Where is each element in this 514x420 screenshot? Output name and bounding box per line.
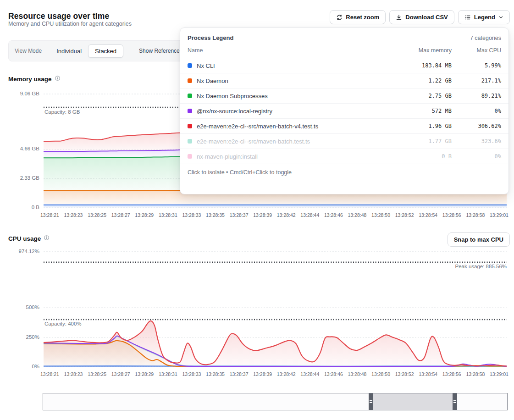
memory-title-text: Memory usage	[8, 76, 52, 83]
x-tick-label: 13:28:25	[88, 212, 106, 218]
x-tick-label: 13:28:39	[253, 212, 272, 218]
download-icon	[396, 14, 402, 21]
legend-column-headers: Name Max memory Max CPU	[180, 45, 508, 58]
series-max-cpu: 323.6%	[452, 138, 501, 144]
x-tick-label: 13:28:29	[135, 371, 154, 377]
x-tick-label: 13:28:31	[159, 371, 177, 377]
snap-to-max-cpu-button[interactable]: Snap to max CPU	[448, 232, 510, 247]
y-tick-label: 0%	[0, 364, 39, 369]
series-name: Nx CLI	[197, 62, 392, 69]
legend-rows: Nx CLI183.84 MB5.99%Nx Daemon1.22 GB217.…	[180, 58, 508, 164]
x-tick-label: 13:28:44	[300, 212, 319, 218]
y-tick-label: 4.66 GB	[0, 146, 39, 151]
legend-button[interactable]: Legend	[458, 10, 510, 24]
series-name: Nx Daemon Subprocesses	[197, 93, 392, 99]
x-tick-label: 13:28:48	[348, 212, 367, 218]
view-mode-stacked[interactable]: Stacked	[88, 44, 123, 58]
legend-row[interactable]: Nx CLI183.84 MB5.99%	[180, 58, 508, 73]
series-name: e2e-maven:e2e-ci--src/maven-batch.test.t…	[197, 138, 392, 145]
cpu-title-text: CPU usage	[8, 235, 41, 242]
reset-zoom-label: Reset zoom	[346, 14, 379, 21]
x-tick-label: 13:28:33	[182, 371, 201, 377]
x-tick-label: 13:28:37	[230, 371, 249, 377]
legend-button-label: Legend	[474, 14, 495, 21]
info-icon[interactable]	[55, 75, 61, 83]
x-tick-label: 13:28:42	[277, 212, 296, 218]
legend-panel-title: Process Legend	[188, 34, 233, 41]
reset-zoom-button[interactable]: Reset zoom	[330, 10, 386, 24]
x-tick-label: 13:28:35	[206, 371, 225, 377]
series-color-swatch	[188, 124, 192, 128]
series-max-memory: 2.75 GB	[392, 93, 452, 99]
column-max-cpu: Max CPU	[452, 47, 501, 54]
x-tick-label: 13:28:21	[40, 371, 59, 377]
series-max-cpu: 0%	[452, 153, 501, 160]
header-actions: Reset zoom Download CSV Legend	[330, 10, 510, 24]
info-icon[interactable]	[44, 235, 50, 242]
series-color-swatch	[188, 94, 192, 98]
series-max-cpu: 0%	[452, 108, 501, 114]
series-name: e2e-maven:e2e-ci--src/maven-batch-v4.tes…	[197, 123, 392, 130]
x-tick-label: 13:28:56	[442, 371, 461, 377]
x-tick-label: 13:28:50	[371, 371, 390, 377]
series-max-memory: 183.84 MB	[392, 62, 452, 69]
x-tick-label: 13:28:54	[419, 371, 437, 377]
series-color-swatch	[188, 63, 192, 68]
x-tick-label: 13:28:44	[300, 371, 319, 377]
legend-row[interactable]: Nx Daemon Subprocesses2.75 GB89.21%	[180, 88, 508, 104]
page-subtitle: Memory and CPU utilization for agent cat…	[8, 21, 132, 27]
x-tick-label: 13:28:52	[395, 212, 414, 218]
legend-row[interactable]: nx-maven-plugin:install0 B0%	[180, 149, 508, 164]
x-tick-label: 13:28:48	[348, 371, 367, 377]
x-tick-label: 13:28:56	[442, 212, 461, 218]
y-tick-label: 974.12%	[0, 249, 39, 254]
x-tick-label: 13:28:46	[324, 212, 343, 218]
legend-row[interactable]: e2e-maven:e2e-ci--src/maven-batch-v4.tes…	[180, 119, 508, 134]
download-csv-label: Download CSV	[405, 14, 448, 21]
x-tick-label: 13:28:23	[64, 212, 83, 218]
cpu-section-title: CPU usage	[8, 235, 50, 242]
legend-hint: Click to isolate • Cmd/Ctrl+Click to tog…	[180, 164, 508, 181]
legend-row[interactable]: Nx Daemon1.22 GB217.1%	[180, 73, 508, 88]
page-title: Resource usage over time	[8, 11, 109, 21]
refresh-icon	[336, 14, 343, 21]
view-mode-label: View Mode	[15, 48, 42, 54]
y-tick-label: 9.06 GB	[0, 91, 39, 96]
y-tick-label: 2.33 GB	[0, 175, 39, 181]
cpu-peak-label: Peak usage: 885.56%	[455, 264, 507, 269]
series-max-cpu: 217.1%	[452, 77, 501, 84]
memory-section-title: Memory usage	[8, 75, 61, 83]
time-range-brush[interactable]	[43, 393, 508, 410]
column-max-memory: Max memory	[392, 47, 452, 54]
x-tick-label: 13:28:58	[466, 212, 485, 218]
x-tick-label: 13:28:54	[419, 212, 437, 218]
x-tick-label: 13:28:27	[111, 212, 130, 218]
process-legend-panel: Process Legend 7 categories Name Max mem…	[180, 28, 509, 194]
x-tick-label: 13:28:37	[230, 212, 249, 218]
series-max-cpu: 5.99%	[452, 62, 501, 69]
brush-handle-right[interactable]	[453, 393, 457, 410]
series-max-memory: 0 B	[392, 153, 452, 160]
memory-capacity-label: Capacity: 8 GB	[44, 109, 80, 115]
series-max-cpu: 306.62%	[452, 123, 501, 129]
y-tick-label: 0 B	[0, 204, 39, 210]
view-mode-individual[interactable]: Individual	[52, 45, 86, 57]
x-tick-label: 13:28:21	[40, 212, 59, 218]
download-csv-button[interactable]: Download CSV	[389, 10, 454, 24]
cpu-capacity-label: Capacity: 400%	[44, 321, 82, 326]
list-icon	[464, 14, 471, 21]
x-tick-label: 13:28:25	[88, 371, 106, 377]
x-tick-label: 13:28:29	[135, 212, 154, 218]
brush-handle-left[interactable]	[369, 393, 373, 410]
brush-selection[interactable]	[369, 393, 458, 410]
series-color-swatch	[188, 78, 192, 83]
memory-x-axis: 13:28:2113:28:2313:28:2513:28:2713:28:29…	[40, 212, 508, 218]
x-tick-label: 13:28:33	[182, 212, 201, 218]
cpu-x-axis: 13:28:2113:28:2313:28:2513:28:2713:28:29…	[40, 371, 508, 377]
x-tick-label: 13:28:35	[206, 212, 225, 218]
legend-row[interactable]: e2e-maven:e2e-ci--src/maven-batch.test.t…	[180, 134, 508, 149]
legend-category-count: 7 categories	[470, 35, 501, 41]
column-name: Name	[188, 47, 392, 54]
legend-row[interactable]: @nx/nx-source:local-registry572 MB0%	[180, 104, 508, 119]
snap-to-max-cpu-label: Snap to max CPU	[454, 236, 503, 243]
